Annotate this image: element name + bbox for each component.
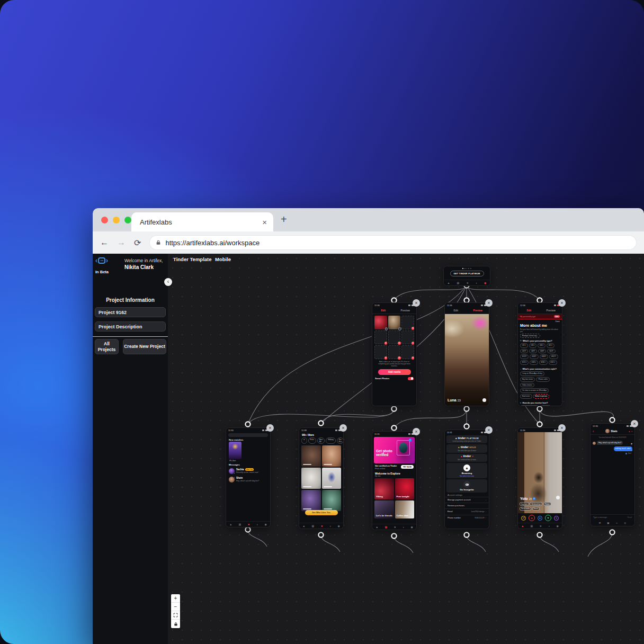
- node-more-about-me[interactable]: × 12:36 Edit Preview My personality type…: [518, 303, 562, 406]
- tab-edit: Edit: [518, 309, 540, 312]
- browsing-card: ▲ Browsing See who's here now: [446, 463, 487, 478]
- face-photo: [399, 443, 407, 453]
- connection-handle[interactable]: [391, 533, 396, 538]
- flame-icon: ▲: [229, 523, 232, 526]
- node-close-button[interactable]: ×: [558, 424, 566, 432]
- node-paywall[interactable]: GET TINDER PLATINUM ▲ ▦ ★ ◖ ◉: [444, 266, 490, 285]
- connection-handle[interactable]: [245, 527, 250, 532]
- node-swipe-card[interactable]: × 11:36 Yolo26✓ Dog loverWeekend tripsPh…: [518, 428, 562, 529]
- address-bar[interactable]: https://artifexlabs.ai/workspace: [149, 235, 637, 250]
- url-text: https://artifexlabs.ai/workspace: [165, 239, 260, 247]
- connection-handle[interactable]: [464, 406, 469, 411]
- all-projects-button[interactable]: All Projects: [95, 339, 119, 354]
- node-messages[interactable]: × 11:30 New matches 99+ likes Messages S…: [226, 428, 270, 527]
- zoom-in-button[interactable]: +: [171, 594, 180, 603]
- edge: [394, 409, 467, 428]
- connection-handle[interactable]: [464, 424, 469, 428]
- connection-handle[interactable]: [610, 530, 614, 534]
- verified-icon: ✓: [533, 497, 535, 500]
- message-thread: Shein Hey, what's up with dog bro?: [226, 475, 270, 484]
- node-edit-media[interactable]: × 11:36 Edit Preview × × + + + + +: [372, 303, 416, 406]
- forward-icon[interactable]: →: [117, 238, 126, 247]
- tab-close-icon[interactable]: ×: [262, 218, 267, 227]
- phone-screen: 11:36 Edit Preview Luna23: [445, 303, 489, 406]
- chip: I'm slow to answer on WhatsApp: [520, 388, 549, 393]
- node-close-button[interactable]: ×: [485, 426, 493, 434]
- node-close-button[interactable]: ×: [339, 424, 347, 432]
- minimize-window-button[interactable]: [113, 217, 120, 223]
- node-close-button[interactable]: ×: [266, 424, 274, 432]
- connection-handle[interactable]: [610, 417, 614, 422]
- new-tab-button[interactable]: +: [281, 213, 287, 226]
- filter-chips: ⇅ Picks Near Me Walking Pro Pics: [299, 437, 343, 445]
- likes-title: 99+ likes: [299, 432, 343, 437]
- node-chat[interactable]: × 12:36 ‹ Shein ▸ ▪ You matc: [591, 424, 634, 526]
- lock-button[interactable]: [171, 620, 180, 628]
- connection-handle[interactable]: [245, 422, 250, 426]
- bottom-nav: ▲ ▦ ★ ◖ ◉: [372, 524, 416, 530]
- node-settings[interactable]: × 11:31 ▲tinderPLATINUM Level up every a…: [445, 430, 489, 529]
- connection-handle[interactable]: [464, 298, 469, 302]
- chip: INTJ: [547, 343, 554, 348]
- chat-icon: ◖: [402, 526, 404, 529]
- edge: [394, 536, 413, 553]
- node-close-button[interactable]: ×: [631, 420, 638, 427]
- section-title: ◖What's your communication style?: [518, 366, 562, 370]
- blurred-profile: [301, 468, 321, 489]
- close-window-button[interactable]: [101, 217, 108, 223]
- blurred-profile: [301, 490, 321, 511]
- node-close-button[interactable]: ×: [558, 299, 566, 307]
- sidebar-collapse-button[interactable]: ‹: [164, 278, 172, 286]
- empty-cell: +: [388, 345, 401, 359]
- node-explore[interactable]: × 11:31 ✓ Get photo verified Get verifie…: [372, 432, 416, 530]
- connection-handle[interactable]: [318, 421, 323, 425]
- empty-cell: +: [401, 345, 414, 359]
- chat-icon: ◖: [256, 523, 258, 526]
- project-description-input[interactable]: Project Description: [95, 321, 166, 332]
- profile-photo: Luna23: [445, 314, 489, 406]
- project-name-input[interactable]: Project 9162: [95, 307, 166, 317]
- node-close-button[interactable]: ×: [485, 299, 493, 307]
- remove-photo-icon: ×: [385, 327, 388, 330]
- node-close-button[interactable]: ×: [413, 428, 420, 435]
- edge: [394, 285, 467, 300]
- create-new-project-button[interactable]: Create New Project: [123, 339, 166, 354]
- banner-title: Get photo verified: [376, 450, 398, 457]
- connection-handle[interactable]: [318, 532, 323, 537]
- connection-handle[interactable]: [537, 406, 542, 411]
- back-icon[interactable]: ←: [100, 238, 109, 247]
- reload-icon[interactable]: ⟳: [134, 238, 141, 248]
- connection-handle[interactable]: [537, 532, 542, 537]
- verified-badge-icon: ✓: [409, 439, 412, 442]
- node-close-button[interactable]: ×: [413, 299, 420, 307]
- chip: I stay on WhatsApp all day: [520, 371, 544, 376]
- connection-handle[interactable]: [391, 406, 396, 411]
- browser-tab[interactable]: Artifexlabs ×: [131, 212, 273, 231]
- chip: Bad texter: [520, 394, 532, 399]
- filter-chip: Near Me: [317, 437, 325, 444]
- chip: ESFJ: [530, 360, 538, 365]
- connection-handle[interactable]: [391, 425, 396, 430]
- workspace-canvas[interactable]: Tinder Template Mobile: [168, 254, 644, 644]
- connection-handle[interactable]: [537, 422, 542, 426]
- incognito-card: Go Incognito: [446, 479, 487, 493]
- node-likes[interactable]: × 11:38 99+ likes ⇅ Picks Near Me Walkin…: [299, 428, 343, 529]
- chat-icon: ◖: [548, 525, 550, 527]
- smart-photos-toggle: [408, 377, 414, 380]
- zoom-out-button[interactable]: −: [171, 603, 180, 611]
- plus-plan-card: ▲tinder+ Get unlimited likes & more: [446, 454, 487, 462]
- connection-handle[interactable]: [464, 532, 469, 537]
- chip: Better in person: [533, 394, 550, 399]
- maximize-window-button[interactable]: [124, 217, 131, 223]
- connection-handle[interactable]: [537, 298, 542, 302]
- node-profile-preview[interactable]: × 11:36 Edit Preview Luna23: [445, 303, 489, 406]
- flame-icon: ▲: [302, 525, 305, 527]
- window-controls: [101, 217, 131, 223]
- status-time: 11:30: [228, 429, 234, 432]
- chevron-right-icon: ›: [486, 499, 486, 502]
- edge: [588, 532, 612, 557]
- fit-view-button[interactable]: [171, 611, 180, 620]
- add-photo-icon: +: [412, 342, 415, 345]
- info-icon: [556, 496, 560, 499]
- connection-handle[interactable]: [391, 298, 396, 302]
